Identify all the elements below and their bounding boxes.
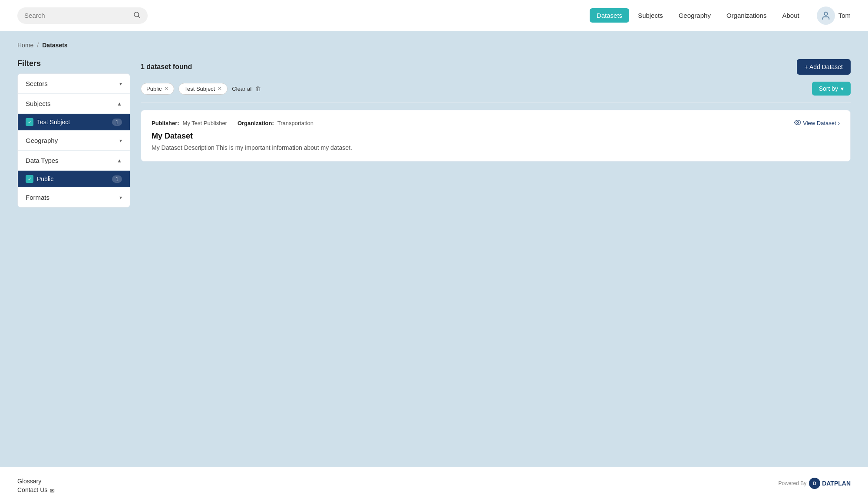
breadcrumb-home[interactable]: Home <box>17 42 33 49</box>
test-subject-count: 1 <box>112 119 122 126</box>
filter-tag-test-subject-remove[interactable]: ✕ <box>218 86 222 92</box>
footer-glossary-link[interactable]: Glossary <box>17 478 55 485</box>
footer-right: Powered By D DATPLAN <box>778 478 851 489</box>
filter-sectors[interactable]: Sectors ▾ <box>18 74 130 94</box>
nav-about[interactable]: About <box>775 8 806 23</box>
nav-datasets[interactable]: Datasets <box>590 8 629 23</box>
results-count: 1 dataset found <box>141 63 192 71</box>
dataset-description: My Dataset Description This is my import… <box>152 143 840 152</box>
filter-subjects[interactable]: Subjects ▲ <box>18 94 130 114</box>
search-wrapper <box>17 7 148 24</box>
eye-icon <box>794 119 801 127</box>
view-chevron-icon: › <box>838 120 840 126</box>
breadcrumb: Home / Datasets <box>17 42 851 49</box>
sort-by-button[interactable]: Sort by ▾ <box>812 82 851 96</box>
sidebar: Filters Sectors ▾ Subjects ▲ ✓ Test Subj… <box>17 59 130 208</box>
content-layout: Filters Sectors ▾ Subjects ▲ ✓ Test Subj… <box>17 59 851 208</box>
filter-tag-public[interactable]: Public ✕ <box>141 83 174 95</box>
nav-subjects[interactable]: Subjects <box>631 8 670 23</box>
public-label: Public <box>37 175 53 182</box>
filter-data-types[interactable]: Data Types ▲ <box>18 151 130 171</box>
user-name: Tom <box>838 12 851 19</box>
filter-sort-row: Public ✕ Test Subject ✕ Clear all 🗑 <box>141 82 851 96</box>
footer-contact-link[interactable]: Contact Us <box>17 486 47 493</box>
search-input[interactable] <box>24 12 133 19</box>
dataset-title[interactable]: My Dataset <box>152 132 840 141</box>
main-panel: 1 dataset found + Add Dataset Public ✕ T… <box>141 59 851 162</box>
public-checkbox-icon: ✓ <box>26 175 33 183</box>
organization-value: Transportation <box>277 120 314 126</box>
main-nav: Datasets Subjects Geography Organization… <box>590 8 806 23</box>
filter-data-types-label: Data Types <box>26 157 59 164</box>
view-dataset-link[interactable]: View Dataset › <box>794 119 840 127</box>
sectors-chevron-icon: ▾ <box>119 81 122 87</box>
svg-line-1 <box>138 16 140 18</box>
filter-tag-public-label: Public <box>146 86 162 92</box>
view-dataset-label: View Dataset <box>803 120 836 126</box>
powered-by-text: Powered By <box>778 480 806 486</box>
dataset-card: Publisher: My Test Publisher Organizatio… <box>141 110 851 162</box>
breadcrumb-separator: / <box>37 42 39 49</box>
main-content-area: Home / Datasets Filters Sectors ▾ Subjec… <box>0 31 868 467</box>
subjects-chevron-icon: ▲ <box>117 101 122 107</box>
test-subject-label: Test Subject <box>37 119 70 126</box>
filter-geography-label: Geography <box>26 137 58 144</box>
brand-logo-icon: D <box>809 478 820 489</box>
test-subject-checkbox-icon: ✓ <box>26 118 33 126</box>
trash-icon: 🗑 <box>255 86 261 92</box>
svg-point-3 <box>797 122 799 123</box>
filter-tag-test-subject-label: Test Subject <box>184 86 215 92</box>
nav-organizations[interactable]: Organizations <box>719 8 774 23</box>
formats-chevron-icon: ▾ <box>119 195 122 201</box>
search-icon-button[interactable] <box>133 11 141 20</box>
dataset-meta: Publisher: My Test Publisher Organizatio… <box>152 119 840 127</box>
filter-item-public[interactable]: ✓ Public 1 <box>18 171 130 188</box>
footer-left: Glossary Contact Us ✉ <box>17 478 55 495</box>
filter-tag-test-subject[interactable]: Test Subject ✕ <box>178 83 228 95</box>
filter-tags-area: Public ✕ Test Subject ✕ Clear all 🗑 <box>141 83 808 95</box>
svg-point-2 <box>824 12 827 15</box>
footer-brand-name: DATPLAN <box>822 480 851 487</box>
user-area[interactable]: Tom <box>817 7 851 25</box>
footer: Glossary Contact Us ✉ Powered By D DATPL… <box>0 467 868 502</box>
header: Datasets Subjects Geography Organization… <box>0 0 868 31</box>
clear-all-button[interactable]: Clear all 🗑 <box>232 86 261 92</box>
avatar <box>817 7 835 25</box>
clear-all-label: Clear all <box>232 86 253 92</box>
filter-formats-label: Formats <box>26 194 50 201</box>
publisher-label: Publisher: <box>152 120 179 126</box>
publisher-value: My Test Publisher <box>183 120 227 126</box>
email-icon: ✉ <box>50 488 55 494</box>
filter-groups: Sectors ▾ Subjects ▲ ✓ Test Subject 1 <box>17 73 130 208</box>
filter-subjects-label: Subjects <box>26 100 51 107</box>
public-count: 1 <box>112 175 122 183</box>
geography-chevron-icon: ▾ <box>119 138 122 144</box>
filter-formats[interactable]: Formats ▾ <box>18 188 130 207</box>
sort-by-label: Sort by <box>819 85 838 92</box>
data-types-chevron-icon: ▲ <box>117 158 122 164</box>
add-dataset-button[interactable]: + Add Dataset <box>797 59 851 75</box>
filter-item-test-subject[interactable]: ✓ Test Subject 1 <box>18 114 130 131</box>
panel-top: 1 dataset found + Add Dataset <box>141 59 851 75</box>
breadcrumb-current: Datasets <box>42 42 67 49</box>
organization-label: Organization: <box>238 120 274 126</box>
filters-title: Filters <box>17 59 130 68</box>
filter-tag-public-remove[interactable]: ✕ <box>164 86 168 92</box>
filter-geography[interactable]: Geography ▾ <box>18 131 130 151</box>
filter-sectors-label: Sectors <box>26 80 48 87</box>
sort-chevron-icon: ▾ <box>841 85 844 92</box>
nav-geography[interactable]: Geography <box>672 8 718 23</box>
